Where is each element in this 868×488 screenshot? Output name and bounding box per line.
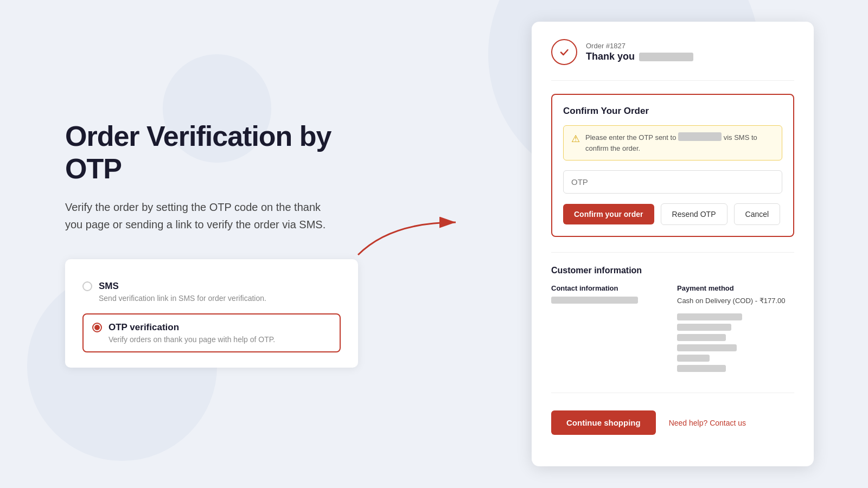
- page-title: Order Verification by OTP: [65, 120, 391, 185]
- phone-blurred: [678, 132, 722, 141]
- left-section: Order Verification by OTP Verify the ord…: [43, 0, 412, 488]
- warning-banner: ⚠ Please enter the OTP sent to vis SMS t…: [563, 125, 782, 160]
- divider-1: [551, 80, 794, 81]
- sms-radio[interactable]: [82, 281, 92, 291]
- confirm-box-title: Confirm Your Order: [563, 106, 782, 117]
- action-buttons: Confirm your order Resend OTP Cancel: [563, 203, 782, 225]
- otp-option[interactable]: OTP verification Verify orders on thank …: [82, 313, 341, 352]
- warning-text: Please enter the OTP sent to vis SMS to …: [585, 132, 774, 153]
- divider-3: [551, 393, 794, 393]
- page-subtitle: Verify the order by setting the OTP code…: [65, 198, 336, 233]
- confirm-order-button[interactable]: Confirm your order: [563, 204, 654, 224]
- right-panel: Order #1827 Thank you Confirm Your Order…: [532, 22, 814, 466]
- contact-email-blurred: [551, 297, 638, 304]
- otp-input[interactable]: [563, 170, 782, 194]
- contact-info-col: Contact information: [551, 284, 668, 375]
- resend-otp-button[interactable]: Resend OTP: [661, 203, 727, 225]
- options-card: SMS Send verification link in SMS for or…: [65, 259, 358, 368]
- contact-info-label: Contact information: [551, 284, 668, 292]
- check-circle-icon: [551, 39, 577, 65]
- divider-2: [551, 252, 794, 253]
- billing-city-blurred: [677, 334, 726, 341]
- need-help-link[interactable]: Need help? Contact us: [669, 419, 746, 427]
- info-grid: Contact information Payment method Cash …: [551, 284, 794, 375]
- billing-name-blurred: [677, 313, 742, 320]
- otp-description: Verify orders on thank you page with hel…: [92, 335, 331, 344]
- order-header-text: Order #1827 Thank you: [586, 42, 693, 62]
- otp-label: OTP verification: [108, 322, 179, 333]
- payment-method-value: Cash on Delivery (COD) - ₹177.00: [677, 297, 794, 305]
- sms-description: Send verification link in SMS for order …: [82, 294, 341, 303]
- otp-radio-dot: [94, 325, 100, 330]
- billing-address-col: [677, 313, 794, 372]
- panel-footer: Continue shopping Need help? Contact us: [551, 406, 794, 435]
- sms-option[interactable]: SMS Send verification link in SMS for or…: [82, 274, 341, 309]
- customer-info-section: Customer information Contact information…: [551, 266, 794, 375]
- billing-street-blurred: [677, 324, 731, 331]
- billing-zip-blurred: [677, 355, 710, 362]
- customer-info-title: Customer information: [551, 266, 794, 275]
- otp-radio[interactable]: [92, 323, 102, 332]
- sms-label: SMS: [99, 281, 119, 292]
- cancel-button[interactable]: Cancel: [734, 203, 781, 225]
- customer-name-blurred: [639, 53, 693, 61]
- billing-country-blurred: [677, 365, 726, 372]
- order-number: Order #1827: [586, 42, 693, 50]
- payment-info-col: Payment method Cash on Delivery (COD) - …: [677, 284, 794, 375]
- payment-method-label: Payment method: [677, 284, 794, 292]
- confirm-order-box: Confirm Your Order ⚠ Please enter the OT…: [551, 94, 794, 237]
- order-header: Order #1827 Thank you: [551, 39, 794, 65]
- billing-state-blurred: [677, 344, 737, 351]
- continue-shopping-button[interactable]: Continue shopping: [551, 410, 656, 435]
- thank-you-text: Thank you: [586, 51, 693, 62]
- warning-icon: ⚠: [571, 133, 580, 145]
